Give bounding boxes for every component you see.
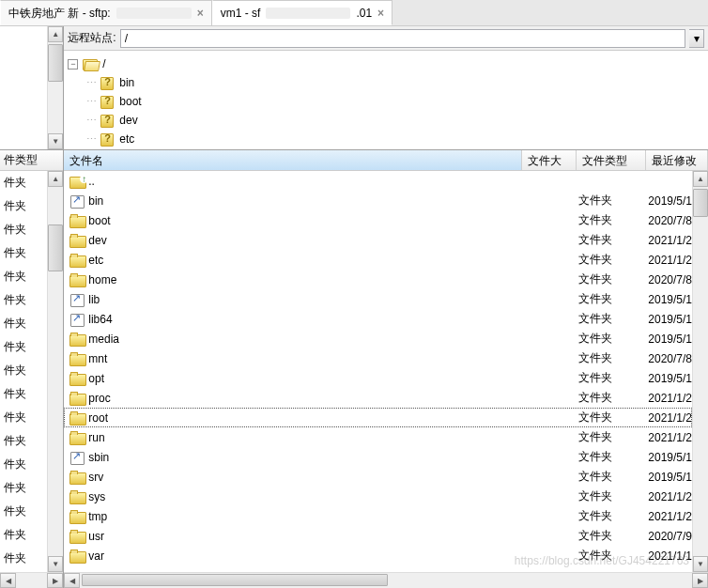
file-name: bin [88,194,103,208]
list-item[interactable]: 件夹 [0,241,47,265]
scrollbar-vertical[interactable]: ▲ ▼ [47,171,63,572]
scroll-right-button[interactable]: ▶ [692,573,708,588]
file-row[interactable]: bin文件夹2019/5/1 [64,191,692,210]
remote-path-input[interactable] [120,29,685,48]
file-type: 文件夹 [578,488,648,504]
file-name: etc [88,254,103,267]
scrollbar-vertical[interactable]: ▲ ▼ [692,171,708,572]
list-item[interactable]: 件夹 [0,500,47,523]
tree-item-label: etc [119,132,134,146]
scroll-track[interactable] [80,573,692,588]
tab-label: vm1 - sf [221,7,261,20]
path-dropdown-button[interactable]: ▾ [689,29,704,48]
tree-collapse-icon[interactable]: − [68,59,78,70]
file-date: 2021/1/1 [648,549,692,563]
scroll-up-button[interactable]: ▲ [693,171,708,187]
file-date: 2019/5/1 [648,313,692,326]
file-name: mnt [88,352,107,365]
link-icon [69,313,85,326]
scroll-thumb[interactable] [82,574,388,586]
column-header-name[interactable]: 文件名 [64,150,522,170]
scrollbar-horizontal[interactable]: ◀ ▶ [0,572,63,588]
list-item[interactable]: 件夹 [0,218,47,241]
column-header-size[interactable]: 文件大小 [522,150,577,170]
file-row[interactable]: boot文件夹2020/7/8 [64,210,692,230]
list-item[interactable]: 件夹 [0,312,47,335]
list-item[interactable]: 件夹 [0,382,47,406]
remote-file-list[interactable]: ..bin文件夹2019/5/1boot文件夹2020/7/8dev文件夹202… [64,171,692,572]
scroll-up-button[interactable]: ▲ [48,171,63,187]
tab-connection-2[interactable]: vm1 - sf .01 × [212,0,392,25]
list-item[interactable]: 件夹 [0,335,47,359]
list-item[interactable]: 件夹 [0,288,47,312]
file-row[interactable]: media文件夹2019/5/1 [64,329,692,348]
list-item[interactable]: 件夹 [0,523,47,547]
file-row[interactable]: lib64文件夹2019/5/1 [64,309,692,329]
scroll-thumb[interactable] [48,224,63,271]
list-item[interactable]: 件夹 [0,406,47,429]
scrollbar-vertical[interactable]: ▲ ▼ [47,26,63,149]
file-row[interactable]: var文件夹2021/1/1 [64,546,692,565]
close-icon[interactable]: × [377,7,384,20]
tree-root-label: / [102,57,105,70]
scroll-up-button[interactable]: ▲ [48,26,63,42]
file-row[interactable]: opt文件夹2019/5/1 [64,368,692,388]
file-row[interactable]: home文件夹2020/7/8 [64,270,692,289]
tree-item[interactable]: ⋯bin [68,73,704,92]
scroll-left-button[interactable]: ◀ [64,573,80,588]
file-date: 2019/5/1 [648,451,692,464]
file-row[interactable]: etc文件夹2021/1/2 [64,250,692,270]
scroll-thumb[interactable] [693,189,708,217]
tree-item[interactable]: ⋯dev [68,111,704,130]
close-icon[interactable]: × [197,7,204,20]
list-item[interactable]: 件夹 [0,359,47,382]
scroll-down-button[interactable]: ▼ [48,556,63,572]
scroll-down-button[interactable]: ▼ [693,556,708,572]
tree-root[interactable]: − / [68,54,704,73]
scroll-down-button[interactable]: ▼ [48,133,63,149]
local-file-list[interactable]: 件夹件夹件夹件夹件夹件夹件夹件夹件夹件夹件夹件夹件夹件夹件夹件夹件夹 [0,171,47,572]
list-item[interactable]: 件夹 [0,547,47,570]
list-item[interactable]: 件夹 [0,429,47,453]
scroll-right-button[interactable]: ▶ [47,573,63,588]
tree-item[interactable]: ⋯etc [68,130,704,148]
scroll-track[interactable] [48,187,63,556]
file-row[interactable]: usr文件夹2020/7/9 [64,526,692,546]
file-row[interactable]: lib文件夹2019/5/1 [64,289,692,309]
tab-connection-1[interactable]: 中铁房地产 新 - sftp: × [0,0,212,25]
file-row[interactable]: srv文件夹2019/5/1 [64,467,692,487]
scroll-track[interactable] [48,42,63,133]
file-row[interactable]: sbin文件夹2019/5/1 [64,447,692,467]
remote-tree-panel[interactable]: − / ⋯bin⋯boot⋯dev⋯etc [64,51,708,150]
file-date: 2019/5/1 [648,293,692,306]
file-date: 2019/5/1 [648,471,692,484]
list-item[interactable]: 件夹 [0,476,47,500]
tree-item[interactable]: ⋯boot [68,92,704,111]
column-header-type[interactable]: 文件类型 [577,150,646,170]
scroll-thumb[interactable] [48,44,63,82]
scroll-track[interactable] [16,573,47,588]
file-row[interactable]: tmp文件夹2021/1/2 [64,506,692,526]
file-row[interactable]: proc文件夹2021/1/2 [64,388,692,408]
list-item[interactable]: 件夹 [0,265,47,288]
column-header-date[interactable]: 最近修改 [646,150,708,170]
folder-icon [69,549,85,563]
file-name: root [88,411,108,425]
file-row[interactable]: .. [64,171,692,191]
file-row[interactable]: dev文件夹2021/1/2 [64,230,692,250]
list-item[interactable]: 件夹 [0,453,47,476]
remote-file-column-headers: 文件名 文件大小 文件类型 最近修改 [64,150,708,171]
file-row[interactable]: sys文件夹2021/1/2 [64,487,692,506]
file-row[interactable]: root文件夹2021/1/2 [64,408,692,427]
scroll-left-button[interactable]: ◀ [0,573,16,588]
scroll-track[interactable] [693,187,708,556]
folder-icon [69,530,85,543]
local-column-header-type[interactable]: 件类型 [0,150,63,171]
file-type: 文件夹 [578,449,648,465]
list-item[interactable]: 件夹 [0,194,47,218]
list-item[interactable]: 件夹 [0,171,47,194]
scrollbar-horizontal[interactable]: ◀ ▶ [64,572,708,588]
unknown-folder-icon [99,132,114,146]
file-row[interactable]: run文件夹2021/1/2 [64,427,692,447]
file-row[interactable]: mnt文件夹2020/7/8 [64,348,692,368]
